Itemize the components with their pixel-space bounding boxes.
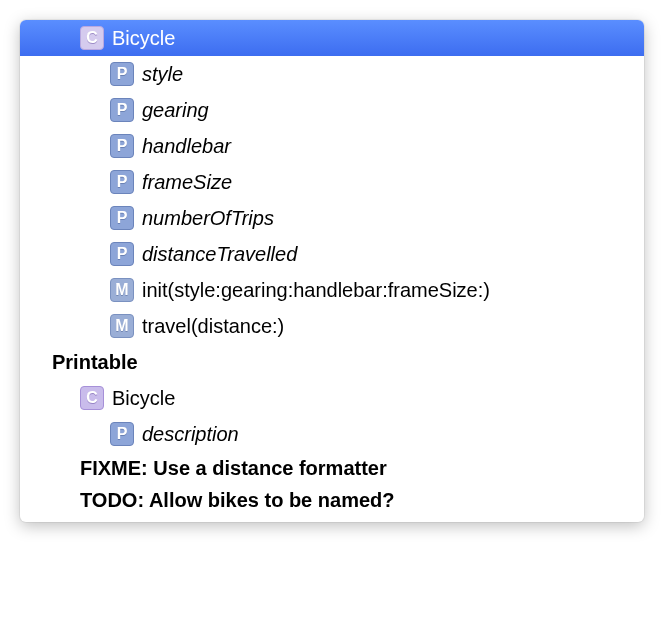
property-icon: P xyxy=(110,62,134,86)
class-icon: C xyxy=(80,26,104,50)
property-icon: P xyxy=(110,206,134,230)
protocol-heading-printable[interactable]: Printable xyxy=(20,344,644,380)
property-name: description xyxy=(142,423,239,446)
symbol-navigator-panel: C Bicycle P style P gearing P handlebar … xyxy=(20,20,644,522)
property-row-handlebar[interactable]: P handlebar xyxy=(20,128,644,164)
protocol-heading-label: Printable xyxy=(52,351,138,374)
property-name: frameSize xyxy=(142,171,232,194)
property-icon: P xyxy=(110,98,134,122)
note-text: FIXME: Use a distance formatter xyxy=(80,457,387,480)
class-row-bicycle-printable[interactable]: C Bicycle xyxy=(20,380,644,416)
class-name: Bicycle xyxy=(112,27,175,50)
property-row-numberoftrips[interactable]: P numberOfTrips xyxy=(20,200,644,236)
property-name: gearing xyxy=(142,99,209,122)
method-row-travel[interactable]: M travel(distance:) xyxy=(20,308,644,344)
property-name: numberOfTrips xyxy=(142,207,274,230)
property-row-distancetravelled[interactable]: P distanceTravelled xyxy=(20,236,644,272)
method-name: travel(distance:) xyxy=(142,315,284,338)
method-name: init(style:gearing:handlebar:frameSize:) xyxy=(142,279,490,302)
method-icon: M xyxy=(110,314,134,338)
property-row-description[interactable]: P description xyxy=(20,416,644,452)
todo-note[interactable]: TODO: Allow bikes to be named? xyxy=(20,484,644,516)
property-row-framesize[interactable]: P frameSize xyxy=(20,164,644,200)
class-row-bicycle[interactable]: C Bicycle xyxy=(20,20,644,56)
property-name: handlebar xyxy=(142,135,231,158)
class-name: Bicycle xyxy=(112,387,175,410)
property-row-style[interactable]: P style xyxy=(20,56,644,92)
property-name: style xyxy=(142,63,183,86)
note-text: TODO: Allow bikes to be named? xyxy=(80,489,394,512)
class-icon: C xyxy=(80,386,104,410)
fixme-note[interactable]: FIXME: Use a distance formatter xyxy=(20,452,644,484)
property-name: distanceTravelled xyxy=(142,243,297,266)
method-icon: M xyxy=(110,278,134,302)
property-icon: P xyxy=(110,134,134,158)
property-icon: P xyxy=(110,422,134,446)
property-row-gearing[interactable]: P gearing xyxy=(20,92,644,128)
method-row-init[interactable]: M init(style:gearing:handlebar:frameSize… xyxy=(20,272,644,308)
property-icon: P xyxy=(110,242,134,266)
property-icon: P xyxy=(110,170,134,194)
